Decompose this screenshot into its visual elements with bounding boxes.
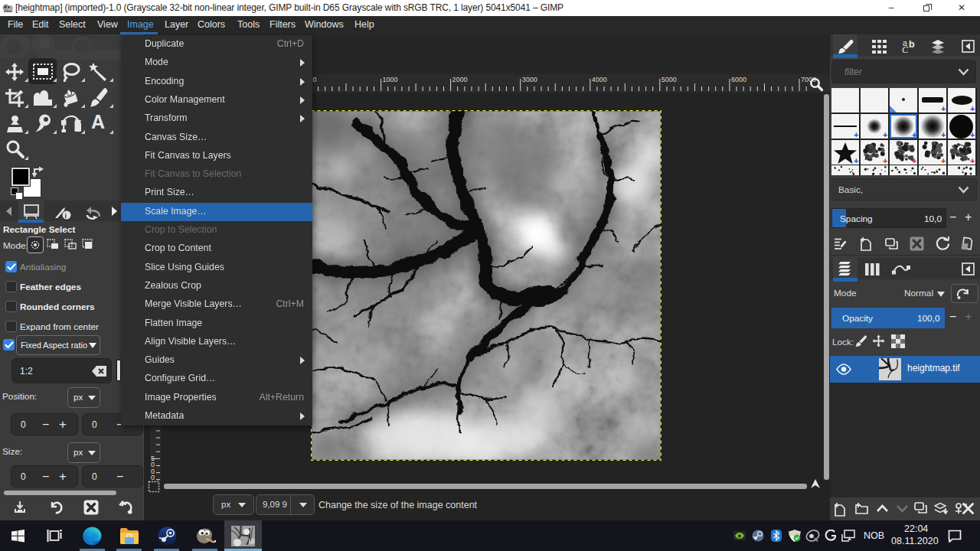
svg-text:4000: 4000: [592, 76, 607, 83]
svg-text:3000: 3000: [522, 76, 537, 83]
svg-text:2000: 2000: [452, 76, 468, 83]
svg-text:1000: 1000: [383, 76, 398, 83]
svg-text:5000: 5000: [662, 76, 677, 83]
svg-text:i: i: [65, 212, 67, 220]
svg-text:6000: 6000: [731, 76, 746, 83]
svg-text:0: 0: [313, 76, 317, 83]
